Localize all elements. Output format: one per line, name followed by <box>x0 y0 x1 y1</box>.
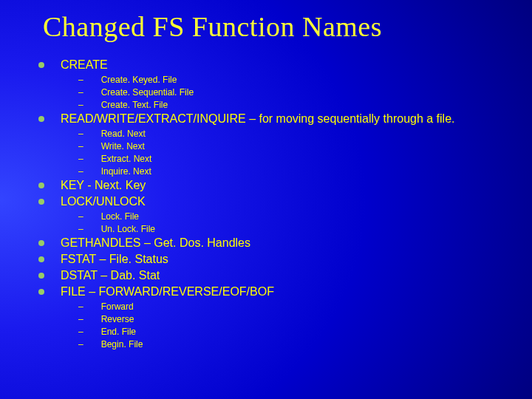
dash-icon: – <box>78 211 83 222</box>
bullet-text: Begin. File <box>101 338 143 351</box>
bullet-level1: FSTAT – File. Status <box>38 252 517 267</box>
bullet-level1: GETHANDLES – Get. Dos. Handles <box>38 236 517 250</box>
bullet-text: Create. Keyed. File <box>101 74 177 86</box>
bullet-icon <box>38 183 44 188</box>
bullet-icon <box>38 256 44 262</box>
bullet-level1: READ/WRITE/EXTRACT/INQUIRE – for moving … <box>38 112 517 126</box>
dash-icon: – <box>78 154 83 164</box>
bullet-text: Reverse <box>101 313 134 326</box>
bullet-level2: –Create. Sequential. File <box>38 86 517 99</box>
dash-icon: – <box>78 339 83 349</box>
dash-icon: – <box>78 129 83 139</box>
dash-icon: – <box>78 327 83 337</box>
dash-icon: – <box>78 75 83 85</box>
bullet-level2: –Forward <box>38 301 517 313</box>
bullet-icon <box>38 199 44 205</box>
bullet-text: READ/WRITE/EXTRACT/INQUIRE – for moving … <box>61 112 455 126</box>
dash-icon: – <box>78 141 83 151</box>
bullet-icon <box>38 289 44 295</box>
bullet-level2: –Reverse <box>38 313 517 326</box>
bullet-text: DSTAT – Dab. Stat <box>61 268 160 283</box>
bullet-level1: DSTAT – Dab. Stat <box>38 268 517 283</box>
bullet-text: Forward <box>101 301 134 313</box>
bullet-text: CREATE <box>61 58 108 72</box>
bullet-icon <box>38 62 44 68</box>
bullet-text: Lock. File <box>101 211 139 223</box>
dash-icon: – <box>78 301 83 312</box>
slide-content: CREATE–Create. Keyed. File–Create. Seque… <box>35 58 517 351</box>
bullet-icon <box>38 116 44 122</box>
bullet-level2: –Un. Lock. File <box>38 223 517 236</box>
dash-icon: – <box>78 100 83 110</box>
bullet-text: Create. Sequential. File <box>101 86 194 99</box>
bullet-level2: –Read. Next <box>38 128 517 140</box>
bullet-text: Read. Next <box>101 128 146 140</box>
slide-title: Changed FS Function Names <box>43 10 517 43</box>
dash-icon: – <box>78 166 83 177</box>
dash-icon: – <box>78 224 83 234</box>
bullet-level2: –Write. Next <box>38 140 517 153</box>
bullet-level2: –Lock. File <box>38 211 517 223</box>
bullet-level1: LOCK/UNLOCK <box>38 194 517 209</box>
bullet-level1: FILE – FORWARD/REVERSE/EOF/BOF <box>38 284 517 299</box>
bullet-level2: –End. File <box>38 326 517 338</box>
bullet-level2: –Begin. File <box>38 338 517 351</box>
bullet-text: LOCK/UNLOCK <box>61 194 146 209</box>
bullet-text: Inquire. Next <box>101 166 151 178</box>
bullet-level1: KEY - Next. Key <box>38 178 517 193</box>
bullet-text: Extract. Next <box>101 153 152 166</box>
bullet-text: KEY - Next. Key <box>61 178 146 193</box>
bullet-text: GETHANDLES – Get. Dos. Handles <box>61 236 250 250</box>
bullet-level1: CREATE <box>38 58 517 72</box>
bullet-level2: –Create. Keyed. File <box>38 74 517 86</box>
dash-icon: – <box>78 314 83 324</box>
bullet-text: End. File <box>101 326 136 338</box>
bullet-text: Write. Next <box>101 140 145 153</box>
bullet-text: Create. Text. File <box>101 99 168 112</box>
bullet-level2: –Inquire. Next <box>38 166 517 178</box>
bullet-text: Un. Lock. File <box>101 223 155 236</box>
bullet-icon <box>38 273 44 279</box>
bullet-text: FILE – FORWARD/REVERSE/EOF/BOF <box>61 284 274 299</box>
bullet-icon <box>38 240 44 246</box>
dash-icon: – <box>78 87 83 98</box>
bullet-text: FSTAT – File. Status <box>61 252 168 267</box>
bullet-level2: –Extract. Next <box>38 153 517 166</box>
bullet-level2: –Create. Text. File <box>38 99 517 112</box>
